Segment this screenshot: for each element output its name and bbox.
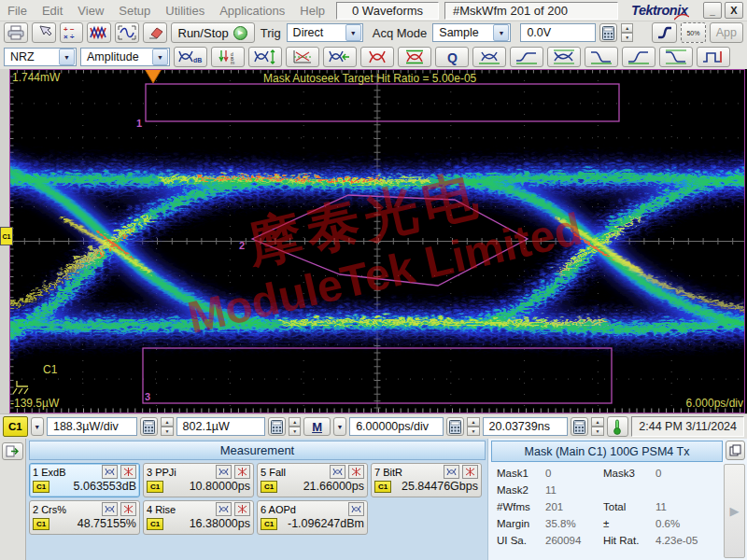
measurement-cell-bitr[interactable]: 7 BitR C125.84476Gbps <box>371 463 482 497</box>
keypad-button[interactable] <box>599 23 617 42</box>
eye-diagram-icon[interactable] <box>216 465 232 479</box>
menu-help[interactable]: Help <box>300 4 325 18</box>
measurement-cell-fall[interactable]: 5 Fall C121.66000ps <box>257 463 368 497</box>
histogram-icon[interactable] <box>462 465 478 479</box>
vertical-scale-stepper[interactable]: ▲▼ <box>161 417 173 436</box>
menu-setup[interactable]: Setup <box>119 4 150 18</box>
eye-diagram-icon[interactable] <box>348 502 364 516</box>
fall-time-button[interactable] <box>585 47 618 67</box>
eye-mask-levels-button[interactable] <box>398 47 431 67</box>
stat-value: 11 <box>655 501 724 512</box>
eye-diagram-icon[interactable] <box>330 465 345 479</box>
histogram-icon[interactable] <box>234 502 250 516</box>
step-down-icon[interactable]: ▼ <box>467 427 479 436</box>
minimize-button[interactable]: _ <box>703 2 722 19</box>
channel-c1-marker[interactable]: C1 <box>0 227 13 245</box>
keypad-button[interactable] <box>140 417 158 436</box>
measurement-label: 4 Rise <box>147 504 213 515</box>
eye-diagram-icon[interactable] <box>216 502 232 516</box>
histogram-icon[interactable] <box>348 465 364 479</box>
crossing-level-button[interactable] <box>286 47 319 67</box>
horizontal-scale-field[interactable]: 6.00000ps/div <box>349 417 444 436</box>
eye-db-icon: dB <box>178 49 203 64</box>
touchscreen-button[interactable] <box>32 22 56 43</box>
run-stop-button[interactable]: Run/Stop ▶ <box>171 22 255 43</box>
app-button[interactable]: App <box>710 22 743 43</box>
keypad-button[interactable] <box>571 417 588 436</box>
menu-edit[interactable]: Edit <box>42 4 63 18</box>
rise-time-button[interactable] <box>622 47 655 67</box>
overshoot-button[interactable] <box>510 47 543 67</box>
eye-mask-red-button[interactable] <box>360 47 394 67</box>
q-factor-button[interactable]: Q <box>435 47 469 67</box>
eye-diagram-icon[interactable] <box>102 465 118 479</box>
measurement-cell-ppji[interactable]: 3 PPJi C110.80000ps <box>143 463 254 497</box>
keypad-button[interactable] <box>268 417 286 436</box>
menu-applications[interactable]: Applications <box>219 4 285 18</box>
trigger-level-field[interactable]: 0.0V <box>520 23 596 42</box>
step-down-icon[interactable]: ▼ <box>621 33 633 42</box>
channel-select-button[interactable]: C1 <box>3 416 28 437</box>
trigger-level-stepper[interactable]: ▲▼ <box>621 23 633 42</box>
timebase-mode-button[interactable]: M <box>303 417 331 436</box>
math-button[interactable]: + −× ÷ <box>60 22 84 43</box>
temperature-status-button[interactable] <box>607 416 629 437</box>
step-up-icon[interactable]: ▲ <box>467 417 479 427</box>
mask-panel-title[interactable]: Mask (Main C1) 100G PSM4 Tx <box>491 441 723 462</box>
acq-mode-select[interactable]: Sample ▼ <box>432 23 511 42</box>
pulse-width-button[interactable] <box>697 47 730 67</box>
eye-width-icon <box>329 49 351 64</box>
step-up-icon[interactable]: ▲ <box>161 417 173 427</box>
menu-view[interactable]: View <box>78 4 104 18</box>
fall-time-2-button[interactable] <box>659 47 693 67</box>
extinction-ratio-db-button[interactable]: dB <box>174 47 207 67</box>
edge-trigger-button[interactable] <box>652 22 677 43</box>
measurement-cell-aopd[interactable]: 6 AOPd C1-1.096247dBm <box>257 500 368 535</box>
panel-next-button[interactable]: ▶ <box>724 464 745 558</box>
measurement-cell-rise[interactable]: 4 Rise C116.38000ps <box>143 500 254 535</box>
close-button[interactable]: X <box>725 2 743 19</box>
eye-diagram-icon[interactable] <box>102 502 118 516</box>
panel-toggle-button[interactable] <box>2 442 23 460</box>
horizontal-scale-stepper[interactable]: ▲▼ <box>467 417 479 436</box>
channel-dropdown[interactable]: ▼ <box>31 417 44 436</box>
measurement-label: 2 Crs% <box>33 504 99 515</box>
step-down-icon[interactable]: ▼ <box>161 427 173 436</box>
step-down-icon[interactable]: ▼ <box>591 427 603 436</box>
vertical-offset-stepper[interactable]: ▲▼ <box>289 417 301 436</box>
print-button[interactable] <box>4 22 28 43</box>
step-up-icon[interactable]: ▲ <box>289 417 301 427</box>
clear-data-button[interactable] <box>143 22 167 43</box>
trigger-source-select[interactable]: Direct ▼ <box>287 23 363 42</box>
copy-panel-button[interactable] <box>726 441 745 460</box>
step-up-icon[interactable]: ▲ <box>591 417 603 427</box>
measurement-cell-crs[interactable]: 2 Crs% C148.75155% <box>29 500 140 535</box>
signal-format-select[interactable]: NRZ ▼ <box>4 48 77 66</box>
eye-levels-button[interactable] <box>547 47 581 67</box>
vertical-scale-field[interactable]: 188.3µW/div <box>47 417 137 436</box>
eye-diagram-icon[interactable] <box>444 465 459 479</box>
timebase-readout: 6.000ps/div <box>686 397 743 410</box>
source-badge: C1 <box>374 481 391 493</box>
measure-category-select[interactable]: Amplitude ▼ <box>80 48 170 66</box>
eye-height-button[interactable] <box>248 47 282 67</box>
horizontal-position-stepper[interactable]: ▲▼ <box>591 417 603 436</box>
eye-width-button[interactable] <box>323 47 357 67</box>
step-up-icon[interactable]: ▲ <box>621 23 633 33</box>
step-down-icon[interactable]: ▼ <box>289 427 301 436</box>
menu-file[interactable]: File <box>7 4 27 18</box>
eye-amplitude-button[interactable] <box>472 47 506 67</box>
menu-utilities[interactable]: Utilities <box>165 4 204 18</box>
histogram-icon[interactable] <box>234 465 250 479</box>
vertical-offset-field[interactable]: 802.1µW <box>176 417 265 436</box>
measurement-cell-exdb[interactable]: 1 ExdB C15.063553dB <box>29 463 140 497</box>
histogram-icon[interactable] <box>120 465 136 479</box>
autoset-button[interactable] <box>115 22 139 43</box>
histogram-icon[interactable] <box>120 502 136 516</box>
set-50-percent-button[interactable]: 50% <box>681 22 706 43</box>
mask-test-button[interactable] <box>87 22 111 43</box>
aop-dbm-button[interactable]: dBm <box>211 47 245 67</box>
keypad-button[interactable] <box>446 417 464 436</box>
timebase-mode-dropdown[interactable]: ▼ <box>333 417 346 436</box>
horizontal-position-field[interactable]: 20.03739ns <box>483 417 569 436</box>
